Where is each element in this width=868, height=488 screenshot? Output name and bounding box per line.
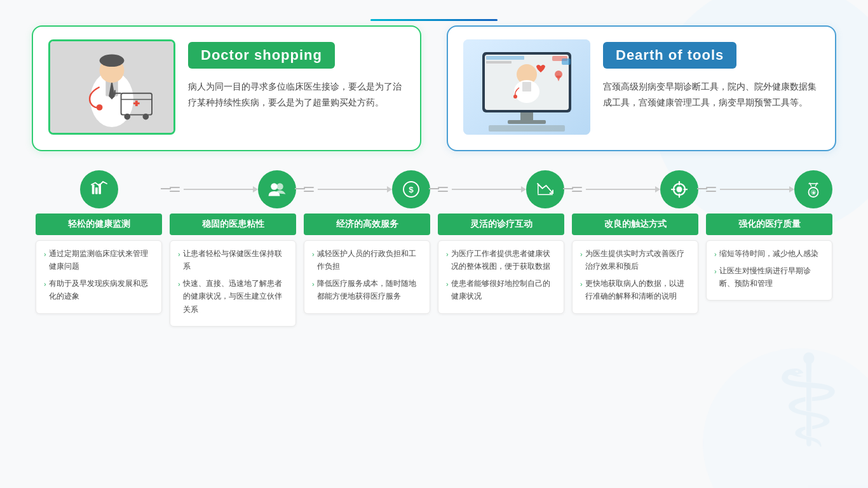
svg-text:★: ★ [811,190,816,196]
svg-point-33 [276,183,283,190]
bullet-icon: › [312,278,315,290]
bullet-text: 使患者能够很好地控制自己的健康状况 [451,277,556,303]
arrow-head-cost-effective [387,186,392,193]
bullet-icon: › [44,278,46,290]
arrow-left-quality-care [706,186,794,193]
dearth-of-tools-title: Dearth of tools [603,42,736,69]
feature-content-patient-stickiness: ›让患者轻松与保健医生保持联系›快速、直接、迅速地了解患者的健康状况，与医生建立… [170,240,296,327]
double-bars-improved-reach [572,187,582,192]
feature-col-health-monitoring: 轻松的健康监测›通过定期监测临床症状来管理健康问题›有助于及早发现疾病发展和恶化… [32,170,166,327]
double-bars-cost-effective [304,187,314,192]
feature-content-improved-reach: ›为医生提供实时方式改善医疗治疗效果和预后›更快地获取病人的数据，以进行准确的解… [572,240,698,314]
bullet-icon: › [580,248,583,261]
feature-col-cost-effective: $经济的高效服务›减轻医护人员的行政负担和工作负担›降低医疗服务成本，随时随地都… [300,170,434,327]
feature-wrapper-quality-care: ★强化的医疗质量›缩短等待时间，减少他人感染›让医生对慢性病进行早期诊断、预防和… [702,170,836,301]
feature-icon-cost-effective: $ [392,170,430,208]
bullet-text: 让患者轻松与保健医生保持联系 [183,247,288,273]
svg-rect-30 [95,187,98,194]
bar-top [304,187,314,188]
bullet-text: 降低医疗服务成本，随时随地都能方便地获得医疗服务 [317,277,422,303]
svg-point-32 [271,183,278,190]
feature-icon-row-improved-reach: ↑↑ [572,170,698,208]
arrow-head-flexible-interaction [521,186,526,193]
svg-rect-20 [522,82,531,92]
svg-rect-22 [486,56,524,60]
doctor-cart-svg [50,39,173,135]
svg-point-5 [100,55,125,67]
svg-rect-37 [538,184,539,194]
bullet-icon: › [312,248,315,261]
feature-bullet: ›让医生对慢性病进行早期诊断、预防和管理 [714,264,824,290]
bullet-text: 更快地获取病人的数据，以进行准确的解释和清晰的说明 [585,277,690,303]
feature-bullet: ›缩短等待时间，减少他人感染 [714,247,824,261]
dearth-of-tools-card: Dearth of tools 宫颈高级别病变早期诊断工具，院内、院外健康数据集… [447,25,836,151]
feature-col-quality-care: ★强化的医疗质量›缩短等待时间，减少他人感染›让医生对慢性病进行早期诊断、预防和… [702,170,836,327]
feature-bullet: ›让患者轻松与保健医生保持联系 [178,247,288,273]
svg-point-10 [143,114,149,120]
bullet-text: 有助于及早发现疾病发展和恶化的迹象 [49,277,154,303]
feature-content-cost-effective: ›减轻医护人员的行政负担和工作负担›降低医疗服务成本，随时随地都能方便地获得医疗… [304,240,430,314]
svg-rect-36 [538,194,553,196]
bullet-icon: › [178,248,180,261]
bar-bottom [706,191,716,192]
feature-title-flexible-interaction: 灵活的诊疗互动 [438,214,564,235]
bar-top [170,187,180,188]
arrow-left-cost-effective [304,186,392,193]
bullet-text: 减轻医护人员的行政负担和工作负担 [317,247,422,273]
bullet-icon: › [714,248,717,261]
doctor-shopping-card: Doctor shopping 病人为同一目的寻求多位临床医生接诊，要么是为了治… [32,25,421,151]
feature-icon-row-patient-stickiness [170,170,296,208]
arrow-line-quality-care [720,189,789,190]
bullet-icon: › [446,278,449,290]
bullet-icon: › [44,248,46,261]
bullet-icon: › [714,266,717,278]
svg-rect-16 [520,112,533,120]
feature-wrapper-patient-stickiness: 稳固的医患粘性›让患者轻松与保健医生保持联系›快速、直接、迅速地了解患者的健康状… [166,170,300,327]
doctor-shopping-image [48,39,175,135]
arrow-head-improved-reach [655,186,660,193]
feature-wrapper-cost-effective: $经济的高效服务›减轻医护人员的行政负担和工作负担›降低医疗服务成本，随时随地都… [300,170,434,314]
top-cards-section: Doctor shopping 病人为同一目的寻求多位临床医生接诊，要么是为了治… [32,25,836,151]
bar-bottom [438,191,448,192]
bar-top [438,187,448,188]
double-bars-flexible-interaction [438,187,448,192]
feature-title-cost-effective: 经济的高效服务 [304,214,430,235]
doctor-shopping-description: 病人为同一目的寻求多位临床医生接诊，要么是为了治疗某种持续性疾病，要么是为了超量… [188,79,405,111]
bar-bottom [170,191,180,192]
svg-text:$: $ [409,185,414,194]
feature-wrapper-improved-reach: ↑↑改良的触达方式›为医生提供实时方式改善医疗治疗效果和预后›更快地获取病人的数… [568,170,702,314]
bullet-text: 为医生提供实时方式改善医疗治疗效果和预后 [585,247,690,273]
feature-bullet: ›通过定期监测临床症状来管理健康问题 [44,247,154,273]
feature-icon-flexible-interaction [526,170,564,208]
feature-content-health-monitoring: ›通过定期监测临床症状来管理健康问题›有助于及早发现疾病发展和恶化的迹象 [36,240,162,314]
arrow-line-flexible-interaction [452,189,521,190]
feature-content-flexible-interaction: ›为医疗工作者提供患者健康状况的整体视图，便于获取数据›使患者能够很好地控制自己… [438,240,564,314]
bullet-text: 缩短等待时间，减少他人感染 [719,247,818,260]
svg-rect-28 [489,125,565,132]
feature-col-improved-reach: ↑↑改良的触达方式›为医生提供实时方式改善医疗治疗效果和预后›更快地获取病人的数… [568,170,702,327]
arrow-line-patient-stickiness [184,189,253,190]
svg-rect-23 [486,61,512,64]
feature-bullet: ›使患者能够很好地控制自己的健康状况 [446,277,556,303]
feature-icon-patient-stickiness [258,170,296,208]
svg-point-6 [97,104,103,111]
feature-icon-row-health-monitoring [36,170,162,208]
dearth-of-tools-image [463,39,590,135]
double-bars-quality-care [706,187,716,192]
feature-bullet: ›为医生提供实时方式改善医疗治疗效果和预后 [580,247,690,273]
double-bars-patient-stickiness [170,187,180,192]
feature-icon-row-cost-effective: $ [304,170,430,208]
watermark: ⚕ [774,327,843,475]
computer-doctor-svg [463,39,590,135]
bullet-text: 通过定期监测临床症状来管理健康问题 [49,247,154,273]
doctor-shopping-title: Doctor shopping [188,42,335,69]
feature-title-quality-care: 强化的医疗质量 [706,214,832,235]
feature-col-flexible-interaction: 灵活的诊疗互动›为医疗工作者提供患者健康状况的整体视图，便于获取数据›使患者能够… [434,170,568,327]
arrow-head-patient-stickiness [253,186,258,193]
bullet-text: 为医疗工作者提供患者健康状况的整体视图，便于获取数据 [451,247,556,273]
svg-point-9 [124,114,130,120]
bullet-icon: › [580,278,583,290]
feature-icon-row-flexible-interaction [438,170,564,208]
feature-title-patient-stickiness: 稳固的医患粘性 [170,214,296,235]
feature-title-improved-reach: 改良的触达方式 [572,214,698,235]
